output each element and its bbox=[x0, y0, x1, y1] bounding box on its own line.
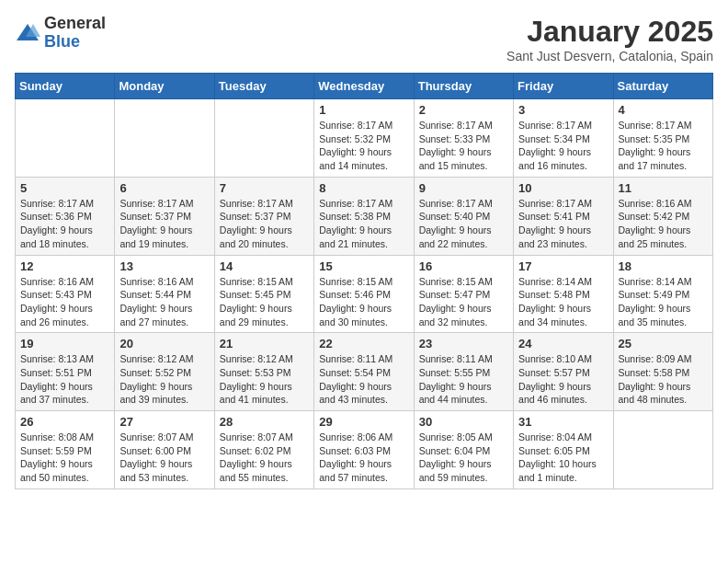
day-number: 15 bbox=[319, 259, 408, 273]
day-number: 25 bbox=[619, 337, 708, 350]
calendar-cell bbox=[613, 411, 712, 489]
weekday-saturday: Saturday bbox=[613, 74, 712, 99]
calendar-cell: 5Sunrise: 8:17 AM Sunset: 5:36 PM Daylig… bbox=[16, 177, 115, 255]
day-info: Sunrise: 8:17 AM Sunset: 5:34 PM Dayligh… bbox=[518, 119, 608, 173]
weekday-monday: Monday bbox=[115, 74, 214, 99]
day-info: Sunrise: 8:17 AM Sunset: 5:37 PM Dayligh… bbox=[119, 197, 209, 251]
calendar-cell: 4Sunrise: 8:17 AM Sunset: 5:35 PM Daylig… bbox=[613, 99, 712, 178]
day-info: Sunrise: 8:10 AM Sunset: 5:57 PM Dayligh… bbox=[518, 352, 608, 407]
day-info: Sunrise: 8:06 AM Sunset: 6:03 PM Dayligh… bbox=[319, 431, 408, 485]
day-info: Sunrise: 8:17 AM Sunset: 5:35 PM Dayligh… bbox=[619, 119, 708, 173]
day-number: 28 bbox=[220, 415, 309, 429]
day-number: 9 bbox=[419, 181, 508, 195]
calendar-cell bbox=[214, 99, 313, 178]
logo-blue-text: Blue bbox=[44, 32, 80, 51]
calendar-cell: 7Sunrise: 8:17 AM Sunset: 5:37 PM Daylig… bbox=[214, 177, 313, 255]
logo: General Blue bbox=[15, 15, 106, 52]
day-info: Sunrise: 8:16 AM Sunset: 5:44 PM Dayligh… bbox=[119, 275, 209, 329]
day-info: Sunrise: 8:12 AM Sunset: 5:52 PM Dayligh… bbox=[119, 352, 209, 407]
day-info: Sunrise: 8:09 AM Sunset: 5:58 PM Dayligh… bbox=[619, 352, 708, 407]
day-number: 22 bbox=[319, 337, 408, 350]
day-number: 31 bbox=[518, 415, 608, 429]
calendar-cell: 27Sunrise: 8:07 AM Sunset: 6:00 PM Dayli… bbox=[115, 411, 214, 489]
day-info: Sunrise: 8:17 AM Sunset: 5:37 PM Dayligh… bbox=[220, 197, 309, 251]
calendar-cell: 3Sunrise: 8:17 AM Sunset: 5:34 PM Daylig… bbox=[514, 99, 613, 178]
calendar-cell: 15Sunrise: 8:15 AM Sunset: 5:46 PM Dayli… bbox=[314, 255, 414, 333]
calendar-cell: 26Sunrise: 8:08 AM Sunset: 5:59 PM Dayli… bbox=[16, 411, 115, 489]
calendar-cell: 16Sunrise: 8:15 AM Sunset: 5:47 PM Dayli… bbox=[414, 255, 513, 333]
calendar-cell: 8Sunrise: 8:17 AM Sunset: 5:38 PM Daylig… bbox=[314, 177, 414, 255]
day-number: 23 bbox=[419, 337, 508, 350]
day-number: 13 bbox=[119, 259, 209, 273]
calendar-cell: 22Sunrise: 8:11 AM Sunset: 5:54 PM Dayli… bbox=[314, 333, 414, 411]
calendar-body: 1Sunrise: 8:17 AM Sunset: 5:32 PM Daylig… bbox=[16, 99, 713, 489]
calendar-cell: 19Sunrise: 8:13 AM Sunset: 5:51 PM Dayli… bbox=[16, 333, 115, 411]
day-number: 11 bbox=[619, 181, 708, 195]
calendar-cell: 17Sunrise: 8:14 AM Sunset: 5:48 PM Dayli… bbox=[514, 255, 613, 333]
month-title: January 2025 bbox=[506, 15, 713, 49]
weekday-sunday: Sunday bbox=[16, 74, 115, 99]
calendar-table: SundayMondayTuesdayWednesdayThursdayFrid… bbox=[15, 73, 713, 489]
calendar-week-2: 5Sunrise: 8:17 AM Sunset: 5:36 PM Daylig… bbox=[16, 177, 713, 255]
calendar-cell: 23Sunrise: 8:11 AM Sunset: 5:55 PM Dayli… bbox=[414, 333, 513, 411]
calendar-cell: 6Sunrise: 8:17 AM Sunset: 5:37 PM Daylig… bbox=[115, 177, 214, 255]
title-block: January 2025 Sant Just Desvern, Cataloni… bbox=[506, 15, 713, 63]
day-info: Sunrise: 8:14 AM Sunset: 5:48 PM Dayligh… bbox=[518, 275, 608, 329]
calendar-cell: 12Sunrise: 8:16 AM Sunset: 5:43 PM Dayli… bbox=[16, 255, 115, 333]
day-number: 29 bbox=[319, 415, 408, 429]
calendar-cell: 21Sunrise: 8:12 AM Sunset: 5:53 PM Dayli… bbox=[214, 333, 313, 411]
day-number: 17 bbox=[518, 259, 608, 273]
day-info: Sunrise: 8:17 AM Sunset: 5:38 PM Dayligh… bbox=[319, 197, 408, 251]
day-info: Sunrise: 8:05 AM Sunset: 6:04 PM Dayligh… bbox=[419, 431, 508, 485]
day-info: Sunrise: 8:16 AM Sunset: 5:43 PM Dayligh… bbox=[20, 275, 109, 329]
logo-icon bbox=[15, 20, 40, 46]
day-info: Sunrise: 8:13 AM Sunset: 5:51 PM Dayligh… bbox=[20, 352, 109, 407]
day-info: Sunrise: 8:16 AM Sunset: 5:42 PM Dayligh… bbox=[619, 197, 708, 251]
calendar-cell: 24Sunrise: 8:10 AM Sunset: 5:57 PM Dayli… bbox=[514, 333, 613, 411]
calendar-cell: 13Sunrise: 8:16 AM Sunset: 5:44 PM Dayli… bbox=[115, 255, 214, 333]
calendar-week-4: 19Sunrise: 8:13 AM Sunset: 5:51 PM Dayli… bbox=[16, 333, 713, 411]
calendar-cell: 2Sunrise: 8:17 AM Sunset: 5:33 PM Daylig… bbox=[414, 99, 513, 178]
day-number: 5 bbox=[20, 181, 109, 195]
logo-general-text: General bbox=[44, 14, 106, 32]
day-info: Sunrise: 8:17 AM Sunset: 5:33 PM Dayligh… bbox=[419, 119, 508, 173]
day-number: 7 bbox=[220, 181, 309, 195]
day-info: Sunrise: 8:08 AM Sunset: 5:59 PM Dayligh… bbox=[20, 431, 109, 485]
calendar-cell bbox=[16, 99, 115, 178]
day-info: Sunrise: 8:17 AM Sunset: 5:41 PM Dayligh… bbox=[518, 197, 608, 251]
day-number: 10 bbox=[518, 181, 608, 195]
location-text: Sant Just Desvern, Catalonia, Spain bbox=[506, 49, 713, 63]
day-info: Sunrise: 8:17 AM Sunset: 5:32 PM Dayligh… bbox=[319, 119, 408, 173]
day-number: 3 bbox=[518, 103, 608, 117]
calendar-cell: 25Sunrise: 8:09 AM Sunset: 5:58 PM Dayli… bbox=[613, 333, 712, 411]
day-number: 16 bbox=[419, 259, 508, 273]
day-info: Sunrise: 8:15 AM Sunset: 5:45 PM Dayligh… bbox=[220, 275, 309, 329]
day-info: Sunrise: 8:11 AM Sunset: 5:55 PM Dayligh… bbox=[419, 352, 508, 407]
day-info: Sunrise: 8:17 AM Sunset: 5:40 PM Dayligh… bbox=[419, 197, 508, 251]
weekday-wednesday: Wednesday bbox=[314, 74, 414, 99]
day-number: 14 bbox=[220, 259, 309, 273]
day-number: 4 bbox=[619, 103, 708, 117]
day-number: 8 bbox=[319, 181, 408, 195]
day-info: Sunrise: 8:15 AM Sunset: 5:46 PM Dayligh… bbox=[319, 275, 408, 329]
day-number: 26 bbox=[20, 415, 109, 429]
calendar-cell: 14Sunrise: 8:15 AM Sunset: 5:45 PM Dayli… bbox=[214, 255, 313, 333]
calendar-week-5: 26Sunrise: 8:08 AM Sunset: 5:59 PM Dayli… bbox=[16, 411, 713, 489]
day-number: 19 bbox=[20, 337, 109, 350]
weekday-friday: Friday bbox=[514, 74, 613, 99]
calendar-cell: 9Sunrise: 8:17 AM Sunset: 5:40 PM Daylig… bbox=[414, 177, 513, 255]
day-number: 6 bbox=[119, 181, 209, 195]
day-info: Sunrise: 8:07 AM Sunset: 6:00 PM Dayligh… bbox=[119, 431, 209, 485]
calendar-week-1: 1Sunrise: 8:17 AM Sunset: 5:32 PM Daylig… bbox=[16, 99, 713, 178]
day-number: 30 bbox=[419, 415, 508, 429]
calendar-cell: 11Sunrise: 8:16 AM Sunset: 5:42 PM Dayli… bbox=[613, 177, 712, 255]
day-info: Sunrise: 8:17 AM Sunset: 5:36 PM Dayligh… bbox=[20, 197, 109, 251]
day-info: Sunrise: 8:04 AM Sunset: 6:05 PM Dayligh… bbox=[518, 431, 608, 485]
weekday-thursday: Thursday bbox=[414, 74, 513, 99]
day-number: 12 bbox=[20, 259, 109, 273]
calendar-cell: 31Sunrise: 8:04 AM Sunset: 6:05 PM Dayli… bbox=[514, 411, 613, 489]
weekday-tuesday: Tuesday bbox=[214, 74, 313, 99]
calendar-cell: 30Sunrise: 8:05 AM Sunset: 6:04 PM Dayli… bbox=[414, 411, 513, 489]
page-header: General Blue January 2025 Sant Just Desv… bbox=[15, 15, 713, 63]
day-number: 2 bbox=[419, 103, 508, 117]
